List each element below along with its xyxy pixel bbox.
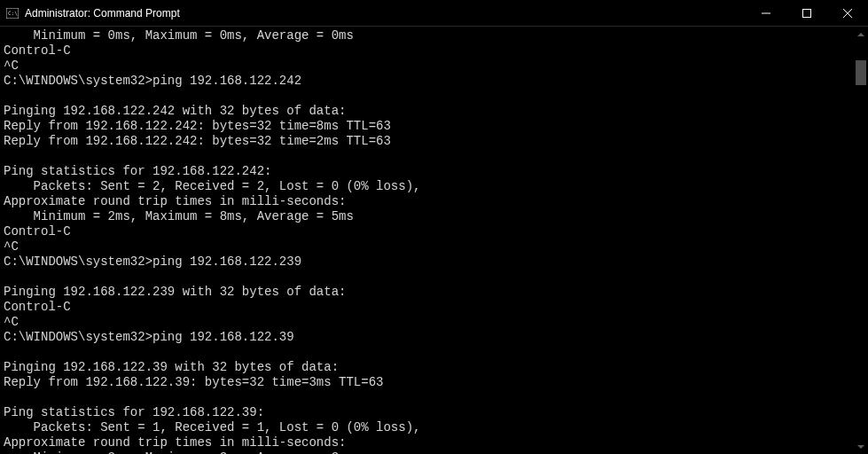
minimize-button[interactable] <box>746 0 786 26</box>
window-controls <box>746 0 868 26</box>
scroll-thumb[interactable] <box>856 60 866 85</box>
close-button[interactable] <box>827 0 868 26</box>
scroll-up-button[interactable] <box>854 27 868 42</box>
svg-text:C:\: C:\ <box>8 10 18 16</box>
scroll-down-button[interactable] <box>854 439 868 454</box>
cmd-icon: C:\ <box>5 6 20 20</box>
terminal-area: Minimum = 0ms, Maximum = 0ms, Average = … <box>0 27 868 454</box>
titlebar[interactable]: C:\ Administrator: Command Prompt <box>0 0 868 27</box>
terminal-output[interactable]: Minimum = 0ms, Maximum = 0ms, Average = … <box>0 27 854 454</box>
svg-rect-3 <box>803 9 811 17</box>
svg-marker-7 <box>857 445 864 449</box>
svg-marker-6 <box>857 33 864 36</box>
window-title: Administrator: Command Prompt <box>25 7 746 20</box>
scrollbar[interactable] <box>854 27 868 454</box>
maximize-button[interactable] <box>786 0 827 26</box>
